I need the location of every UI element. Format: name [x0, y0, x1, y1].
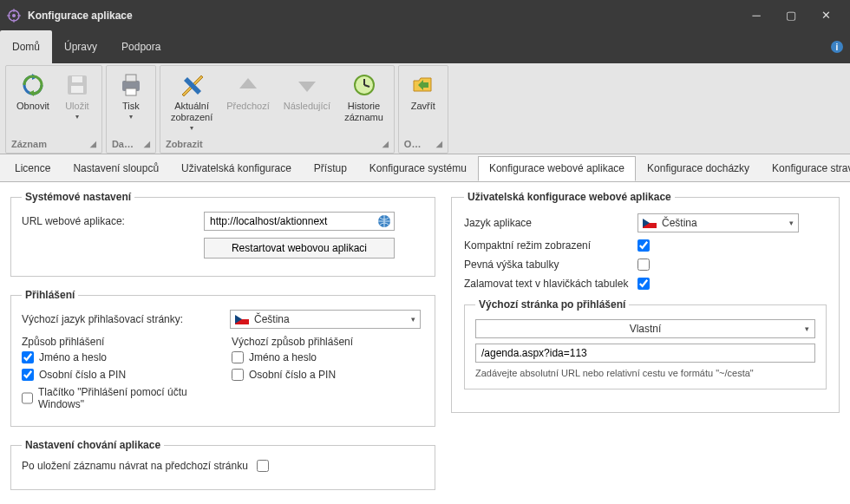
printer-icon — [117, 71, 145, 99]
window-title: Konfigurace aplikace — [28, 10, 739, 22]
chk-userpass[interactable]: Jméno a heslo — [22, 351, 214, 363]
chevron-down-icon: ▾ — [805, 324, 809, 333]
legend-system: Systémové nastavení — [22, 191, 134, 203]
menu-support[interactable]: Podpora — [109, 30, 173, 63]
chevron-down-icon: ▾ — [789, 219, 794, 227]
tab-userconf[interactable]: Uživatelská konfigurace — [170, 156, 303, 181]
ribbon: Obnovit Uložit ▾ Záznam◢ Tisk ▾ Da…◢ Akt… — [0, 63, 850, 154]
group-label-show: Zobrazit — [166, 139, 203, 149]
label-login-method: Způsob přihlášení — [22, 336, 214, 348]
fs-startpage: Výchozí stránka po přihlášení Vlastní ▾ … — [464, 298, 827, 389]
chevron-down-icon: ▾ — [129, 113, 133, 121]
app-icon — [7, 9, 21, 23]
chk-wrap[interactable] — [638, 278, 650, 290]
flag-cz-icon — [235, 315, 249, 324]
svg-marker-7 — [29, 90, 34, 96]
ribbon-group-show: Aktuální zobrazení ▾ Předchozí Následují… — [160, 65, 395, 154]
tab-catering[interactable]: Konfigurace stravován — [761, 156, 850, 181]
ribbon-group-data: Tisk ▾ Da…◢ — [106, 65, 156, 154]
tab-attendance[interactable]: Konfigurace docházky — [636, 156, 761, 181]
content: Systémové nastavení URL webové aplikace:… — [0, 182, 850, 504]
group-launcher-data[interactable]: ◢ — [144, 140, 150, 148]
save-button[interactable]: Uložit ▾ — [56, 69, 98, 137]
legend-userweb: Uživatelská konfigurace webové aplikace — [464, 191, 675, 203]
fs-behavior: Nastavení chování aplikace Po uložení zá… — [10, 439, 435, 490]
chevron-down-icon: ▾ — [411, 315, 415, 324]
arrow-up-icon — [234, 71, 262, 99]
print-button[interactable]: Tisk ▾ — [110, 69, 152, 137]
menubar: Domů Úpravy Podpora i — [0, 30, 850, 63]
fs-userweb: Uživatelská konfigurace webové aplikace … — [451, 191, 840, 413]
svg-rect-12 — [126, 75, 136, 82]
history-icon — [350, 71, 378, 99]
chk-fixed-h[interactable] — [638, 259, 650, 271]
legend-login: Přihlášení — [22, 289, 78, 301]
save-icon — [63, 71, 91, 99]
prev-button[interactable]: Předchozí — [219, 69, 277, 137]
label-wrap: Zalamovat text v hlavičkách tabulek — [464, 278, 638, 290]
group-label-record: Záznam — [11, 139, 47, 149]
tab-webconf[interactable]: Konfigurace webové aplikace — [478, 156, 636, 181]
svg-rect-9 — [71, 86, 83, 93]
ribbon-group-record: Obnovit Uložit ▾ Záznam◢ — [5, 65, 102, 154]
hint-start-url: Zadávejte absolutní URL nebo relativní c… — [475, 368, 815, 378]
current-view-button[interactable]: Aktuální zobrazení ▾ — [164, 69, 219, 137]
svg-rect-13 — [126, 88, 136, 95]
select-start-mode[interactable]: Vlastní ▾ — [475, 319, 815, 338]
legend-behavior: Nastavení chování aplikace — [22, 439, 164, 451]
flag-cz-icon — [643, 219, 657, 228]
select-app-lang[interactable]: Čeština ▾ — [638, 213, 799, 232]
chevron-down-icon: ▾ — [75, 113, 79, 121]
fs-login: Přihlášení Výchozí jazyk přihlašovací st… — [10, 289, 435, 427]
tab-columns[interactable]: Nastavení sloupců — [62, 156, 170, 181]
refresh-button[interactable]: Obnovit — [10, 69, 56, 137]
fs-system: Systémové nastavení URL webové aplikace:… — [10, 191, 435, 277]
rdo-default-userpass[interactable]: Jméno a heslo — [232, 351, 424, 363]
label-default-lang: Výchozí jazyk přihlašovací stránky: — [22, 313, 230, 325]
svg-point-1 — [12, 14, 16, 17]
select-login-lang[interactable]: Čeština ▾ — [230, 310, 421, 329]
next-button[interactable]: Následující — [277, 69, 337, 137]
label-fixed-h: Pevná výška tabulky — [464, 259, 638, 271]
globe-icon[interactable] — [377, 214, 391, 228]
arrow-down-icon — [293, 71, 321, 99]
menu-edit[interactable]: Úpravy — [52, 30, 109, 63]
maximize-button[interactable]: ▢ — [774, 0, 808, 30]
chevron-down-icon: ▾ — [190, 124, 193, 132]
group-launcher-window[interactable]: ◢ — [436, 140, 442, 148]
chk-pin[interactable]: Osobní číslo a PIN — [22, 369, 214, 381]
label-app-lang: Jazyk aplikace — [464, 217, 638, 229]
tab-license[interactable]: Licence — [3, 156, 62, 181]
titlebar: Konfigurace aplikace ─ ▢ ✕ — [0, 0, 850, 30]
menu-home[interactable]: Domů — [0, 30, 52, 63]
tabstrip: Licence Nastavení sloupců Uživatelská ko… — [0, 154, 850, 182]
svg-rect-10 — [72, 76, 82, 82]
input-web-url[interactable] — [204, 212, 395, 231]
close-button[interactable]: Zavřít — [402, 69, 444, 137]
tab-sysconf[interactable]: Konfigurace systému — [358, 156, 478, 181]
chk-compact[interactable] — [638, 239, 650, 252]
chk-windows[interactable]: Tlačítko "Přihlášení pomocí účtu Windows… — [22, 386, 214, 410]
tab-access[interactable]: Přístup — [303, 156, 358, 181]
ruler-icon — [178, 71, 206, 99]
svg-marker-17 — [298, 82, 316, 92]
label-url: URL webové aplikace: — [22, 215, 204, 227]
input-start-url[interactable] — [475, 344, 815, 363]
folder-close-icon — [409, 71, 437, 99]
close-window-button[interactable]: ✕ — [808, 0, 843, 30]
ribbon-group-window: Zavřít O…◢ — [398, 65, 448, 154]
minimize-button[interactable]: ─ — [739, 0, 774, 30]
chk-return[interactable] — [257, 460, 269, 472]
info-icon: i — [831, 41, 843, 53]
legend-startpage: Výchozí stránka po přihlášení — [475, 298, 629, 311]
label-compact: Kompaktní režim zobrazení — [464, 239, 638, 252]
rdo-default-pin[interactable]: Osobní číslo a PIN — [232, 369, 424, 381]
group-launcher-show[interactable]: ◢ — [382, 140, 389, 148]
history-button[interactable]: Historie záznamu — [337, 69, 390, 137]
label-return: Po uložení záznamu návrat na předchozí s… — [22, 460, 248, 472]
help-button[interactable]: i — [824, 30, 850, 63]
label-default-method: Výchozí způsob přihlášení — [232, 336, 424, 348]
group-launcher-record[interactable]: ◢ — [90, 140, 96, 148]
restart-web-button[interactable]: Restartovat webovou aplikaci — [204, 238, 395, 259]
refresh-icon — [19, 71, 47, 99]
